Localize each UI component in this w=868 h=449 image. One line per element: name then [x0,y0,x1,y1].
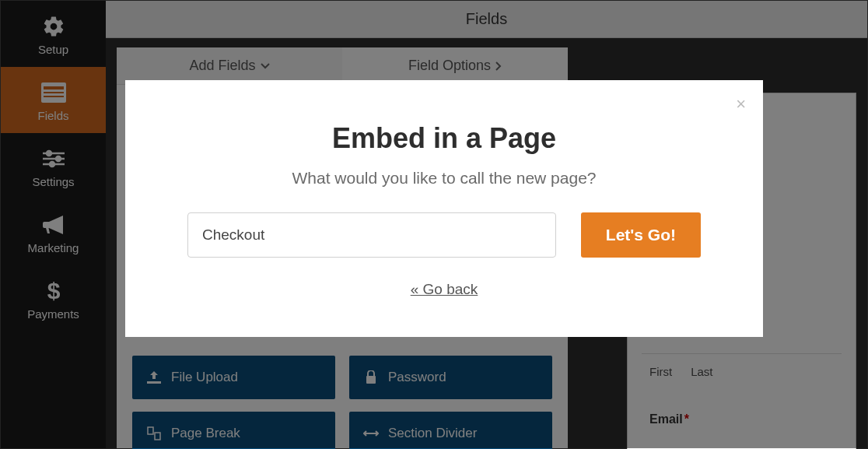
app-root: Setup Fields Settings Marketing $ Paymen… [0,0,868,449]
lets-go-button[interactable]: Let's Go! [581,212,701,258]
page-name-input[interactable] [187,212,556,258]
modal-subtitle: What would you like to call the new page… [187,169,701,188]
modal-input-row: Let's Go! [187,212,701,258]
go-back-link[interactable]: « Go back [187,281,701,298]
modal-title: Embed in a Page [187,122,701,155]
close-icon[interactable]: × [736,94,746,114]
embed-modal: × Embed in a Page What would you like to… [125,80,763,337]
